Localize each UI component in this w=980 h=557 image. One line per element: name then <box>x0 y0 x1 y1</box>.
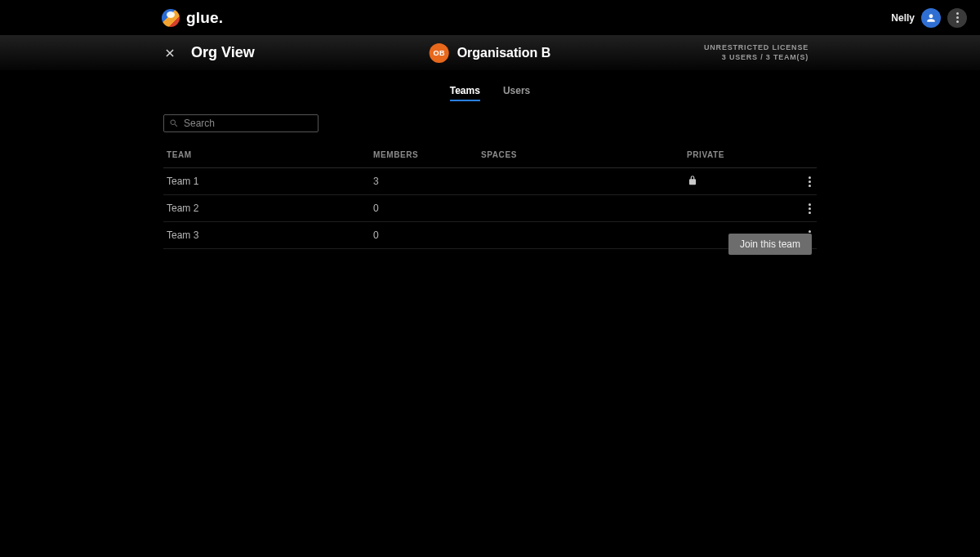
table-row[interactable]: Team 13 <box>163 168 817 195</box>
glue-logo-icon <box>162 9 180 27</box>
close-icon <box>164 47 176 59</box>
cell-members: 0 <box>373 203 481 214</box>
more-vertical-icon <box>956 12 959 23</box>
brand[interactable]: glue. <box>162 9 223 27</box>
cell-team: Team 3 <box>167 229 373 241</box>
col-team: TEAM <box>167 150 373 159</box>
tab-users[interactable]: Users <box>503 85 530 101</box>
col-members: MEMBERS <box>373 150 481 159</box>
row-menu-button[interactable] <box>804 203 815 214</box>
table-row[interactable]: Team 30 <box>163 222 817 249</box>
cell-private <box>687 175 785 189</box>
avatar[interactable] <box>921 8 941 28</box>
cell-team: Team 2 <box>167 203 373 214</box>
org-name: Organisation B <box>457 46 551 60</box>
tabs: Teams Users <box>0 70 980 111</box>
lock-icon <box>687 177 698 189</box>
topbar: glue. Nelly <box>0 0 980 35</box>
person-icon <box>925 12 937 24</box>
search-icon <box>169 118 179 128</box>
table-row[interactable]: Team 20 <box>163 195 817 222</box>
brand-name: glue. <box>186 9 223 27</box>
license-count: 3 USERS / 3 TEAM(S) <box>704 53 808 63</box>
page-title: Org View <box>191 44 255 61</box>
col-private: PRIVATE <box>687 150 785 159</box>
search-field[interactable] <box>163 114 318 132</box>
cell-members: 0 <box>373 229 481 241</box>
license-info: UNRESTRICTED LICENSE 3 USERS / 3 TEAM(S) <box>704 43 808 62</box>
table-body: Team 13Team 20Team 30 <box>163 168 817 249</box>
subheader: Org View OB Organisation B UNRESTRICTED … <box>0 35 980 70</box>
user-name: Nelly <box>891 12 915 24</box>
cell-members: 3 <box>373 176 481 187</box>
cell-team: Team 1 <box>167 176 373 187</box>
col-spaces: SPACES <box>481 150 687 159</box>
license-type: UNRESTRICTED LICENSE <box>704 43 808 53</box>
cell-actions <box>785 176 820 187</box>
cell-actions <box>785 203 820 214</box>
close-button[interactable] <box>163 47 176 60</box>
join-team-menu-item[interactable]: Join this team <box>728 234 812 255</box>
search-input[interactable] <box>184 118 313 129</box>
table-head: TEAM MEMBERS SPACES PRIVATE <box>163 150 817 168</box>
user-cluster: Nelly <box>891 8 970 28</box>
topbar-menu-button[interactable] <box>947 8 967 28</box>
tab-teams[interactable]: Teams <box>450 85 480 101</box>
org-badge: OB <box>430 43 449 63</box>
row-menu-button[interactable] <box>804 176 815 187</box>
content: TEAM MEMBERS SPACES PRIVATE Team 13Team … <box>0 111 980 249</box>
org-header: OB Organisation B <box>430 43 551 63</box>
